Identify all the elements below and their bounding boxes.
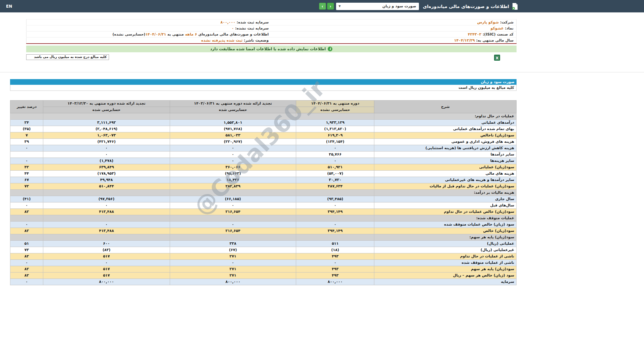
issuer-status-value: ثبت شده پذیرفته نشده <box>201 38 243 43</box>
statement-row-value: ۳۹۴,۱۴۹ <box>296 208 374 215</box>
statement-row-value: ۱,۵۵۲,۸۰۱ <box>170 119 296 126</box>
statement-row-value <box>170 215 296 221</box>
issuer-status-label: وضعیت ناشر: <box>244 38 269 43</box>
statement-row-value: ۰ <box>296 158 374 164</box>
col-header-restated-year: تجدید ارائه شده دوره منتهی به ۱۴۰۳/۱۲/۳۰ <box>43 100 170 107</box>
section-divider <box>0 72 644 72</box>
statement-row-label: سرمایه <box>374 279 517 285</box>
registered-capital-label: سرمایه ثبت شده: <box>237 20 269 24</box>
statement-row-value: ۲۷۱ <box>170 253 296 259</box>
company-info-table: شرکت: شوکو پارس سرمایه ثبت شده: ۸۰۰,۰۰۰ … <box>26 19 517 44</box>
statement-row-value: (۴۱) <box>10 196 43 202</box>
period-sentence: اطلاعات و صورت‌های مالی میاندوره‌ای <box>197 32 269 37</box>
statement-row-value: ۴۹۳ <box>296 266 374 272</box>
statement-tbody: عملیات در حال تداوم:درآمدهای عملیاتی۱,۹۳… <box>10 113 517 285</box>
statement-data-row: سال‌های قبل۰۰۰۰ <box>10 202 517 208</box>
statement-row-label: سایر هزینه‌ها <box>374 158 517 164</box>
statement-row-label: عملیات متوقف شده: <box>374 215 517 221</box>
top-navbar: اطلاعات و صورت‌های مالی میاندوره‌ای صورت… <box>0 0 644 12</box>
statement-data-row: سود(زیان) خالص عملیات در حال تداوم۳۹۴,۱۴… <box>10 208 517 215</box>
statement-row-value: ۰ <box>43 202 170 208</box>
statement-data-row: سود(زیان) پایه هر سهم۴۹۳۲۷۱۵۱۷۸۲ <box>10 266 517 272</box>
statement-row-value: ۸۲ <box>10 253 43 259</box>
statement-row-value: ۰ <box>10 158 43 164</box>
statement-row-value <box>10 151 43 158</box>
statement-row-value: ۰ <box>10 259 43 266</box>
excel-export-icon[interactable]: X <box>494 54 500 61</box>
statement-row-value: ۴۹,۹۴۸ <box>43 177 170 183</box>
signature-banner: i اطلاعات نمایش داده شده با اطلاعات امضا… <box>26 46 517 52</box>
statement-row-value: ۲۵,۷۶۶ <box>296 151 374 158</box>
info-cell: اطلاعات و صورت‌های مالی میاندوره‌ای ۶ ما… <box>26 32 272 38</box>
statement-row-value: ۳۰,۷۲۰ <box>296 177 374 183</box>
statement-row-value: ۳,۱۱۱,۶۹۲ <box>43 119 170 126</box>
info-cell: سال مالی منتهی به: ۱۴۰۴/۱۲/۲۹ <box>271 38 517 44</box>
statement-row-label: سود(زیان) عملیات در حال تداوم قبل از مال… <box>374 183 517 189</box>
statement-row-value: ۶۷ <box>10 177 43 183</box>
page-title: اطلاعات و صورت‌های مالی میاندوره‌ای <box>423 4 509 9</box>
statement-data-row: سود(زیان) عملیاتی۵۱۰,۹۲۱۳۶۰,۰۶۶۶۳۹,۸۴۹۴۲ <box>10 164 517 170</box>
period-end-date: ۱۴۰۴/۰۶/۳۱ <box>145 32 166 37</box>
language-toggle[interactable]: EN <box>6 4 12 9</box>
statement-row-value: (۹۷۱,۷۶۸) <box>170 126 296 132</box>
statement-row-label: هزینه های فروش، اداری و عمومی <box>374 138 517 145</box>
statement-row-value: ۰ <box>170 202 296 208</box>
statement-row-value: ۶۳۹,۸۴۹ <box>43 164 170 170</box>
statement-row-value: ۴۴ <box>10 170 43 177</box>
statement-row-value: ۰ <box>170 221 296 228</box>
statement-type-value: صورت سود و زیان <box>382 4 416 8</box>
statement-row-value <box>296 215 374 221</box>
statement-row-value: ۰ <box>296 202 374 208</box>
unregistered-capital-label: سرمایه ثبت نشده: <box>235 26 269 31</box>
statement-data-row: سود (زیان) خالص عملیات متوقف شده۰۰۰۰ <box>10 221 517 228</box>
statement-row-label: سایر درآمدها <box>374 151 517 158</box>
statement-row-label: عملیات در حال تداوم: <box>374 113 517 119</box>
statement-row-value: ۷۲ <box>10 183 43 189</box>
info-cell: نماد: غشوکو <box>271 25 517 32</box>
prev-statement-button[interactable]: ‹ <box>327 3 334 10</box>
statement-row-value <box>296 234 374 240</box>
statement-data-row: ناشی از عملیات در حال تداوم۴۹۳۲۷۱۵۱۷۸۲ <box>10 253 517 259</box>
registered-capital-value: ۸۰۰,۰۰۰ <box>220 20 235 24</box>
statement-title-band: صورت سود و زیان <box>10 79 517 85</box>
statement-row-label: سود(زیان) عملیاتی <box>374 164 517 170</box>
next-statement-button[interactable]: › <box>319 3 326 10</box>
col-header-percent-change: درصد تغییر <box>10 100 43 113</box>
statement-data-row: عملیاتی (ریال)۵۱۱۳۳۸۶۰۰۵۱ <box>10 240 517 247</box>
statement-row-value <box>43 215 170 221</box>
header-section: شرکت: شوکو پارس سرمایه ثبت شده: ۸۰۰,۰۰۰ … <box>0 19 521 61</box>
statement-row-value: ۴۲ <box>10 164 43 170</box>
statement-row-value: (۴۲۱,۷۴۶) <box>43 138 170 145</box>
statement-data-row: هزینه های مالی(۵۴,۰۰۷)(۹۵,۶۶۳)(۱۷۸,۹۵۳)۴… <box>10 170 517 177</box>
info-row: شرکت: شوکو پارس سرمایه ثبت شده: ۸۰۰,۰۰۰ <box>26 19 517 25</box>
statement-row-value: (۲۲۰,۹۶۷) <box>170 138 296 145</box>
statement-row-label: هزینه های مالی <box>374 170 517 177</box>
chevron-down-icon: ▼ <box>339 5 341 8</box>
statement-data-row: سایر درآمدها۲۵,۷۶۶۰۰ <box>10 151 517 158</box>
statement-data-row: غیرعملیاتی (ریال)(۱۸)(۶۷)(۸۳)۷۳ <box>10 247 517 253</box>
statement-row-value: (۹۳,۴۸۵) <box>296 196 374 202</box>
statement-row-value: ۳۹ <box>10 138 43 145</box>
statement-row-value: ۲۸۲,۸۳۹ <box>170 183 296 189</box>
statement-row-value <box>10 234 43 240</box>
statement-row-value: ۵۱۷ <box>43 253 170 259</box>
statement-row-value: ۷ <box>10 132 43 138</box>
isic-value: ۴۲۴۳۰۲ <box>468 32 481 37</box>
statement-header-row: شرح دوره منتهی به ۱۴۰۴/۰۶/۳۱ تجدید ارائه… <box>10 100 517 107</box>
statement-row-value: ۸۰۰,۰۰۰ <box>296 279 374 285</box>
statement-row-value: ۰ <box>43 145 170 151</box>
statement-row-value <box>10 189 43 196</box>
statement-row-value: ۰ <box>43 151 170 158</box>
statement-row-value: (۲,۰۴۸,۶۱۹) <box>43 126 170 132</box>
col-header-description: شرح <box>374 100 517 113</box>
statement-row-label: غیرعملیاتی (ریال) <box>374 247 517 253</box>
subheader-audited-halfyear: حسابرسی شده <box>170 107 296 113</box>
statement-row-value: (۱,۳۱۳,۸۲۰) <box>296 126 374 132</box>
statement-row-label: سود (زیان) خالص هر سهم – ریال <box>374 272 517 279</box>
statement-data-row: هزینه کاهش ارزش دریافتنی ها (هزینه استثن… <box>10 145 517 151</box>
statement-row-value: ۳۶۰,۰۶۶ <box>170 164 296 170</box>
statement-type-select[interactable]: صورت سود و زیان ▼ <box>336 3 419 10</box>
statement-row-value: ۱۸,۴۳۶ <box>170 177 296 183</box>
statement-wrapper: @Codal360_ir صورت سود و زیان کلیه مبالغ … <box>0 79 521 285</box>
statement-row-value: ۰ <box>43 221 170 228</box>
